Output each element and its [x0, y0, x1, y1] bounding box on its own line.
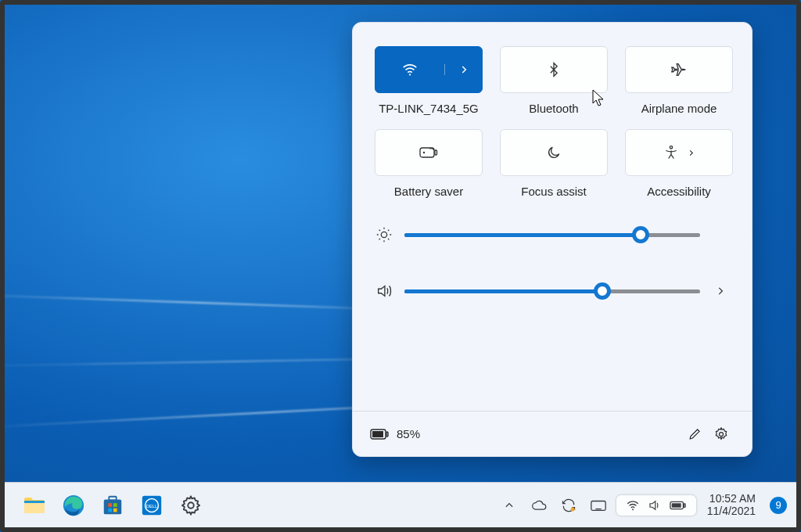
svg-rect-17 [113, 508, 117, 512]
dell-app-button[interactable]: DELL [135, 488, 169, 523]
moon-icon [546, 145, 562, 160]
wifi-label: TP-LINK_7434_5G [379, 102, 479, 115]
wifi-icon [401, 61, 418, 78]
sync-icon [561, 498, 577, 513]
svg-rect-12 [104, 499, 122, 514]
wifi-expand-button[interactable] [444, 64, 482, 75]
volume-icon [648, 498, 662, 512]
brightness-row [375, 226, 730, 243]
airplane-mode-label: Airplane mode [641, 102, 717, 115]
focus-assist-tile[interactable] [500, 129, 608, 176]
taskbar: DELL 10:52 AM 11/4/2021 [5, 482, 796, 527]
svg-rect-14 [108, 503, 112, 507]
file-explorer-button[interactable] [17, 488, 52, 523]
quick-settings-tray-button[interactable] [616, 495, 696, 516]
svg-point-0 [409, 74, 411, 75]
system-tray: 10:52 AM 11/4/2021 9 [497, 492, 790, 519]
edge-browser-button[interactable] [56, 488, 91, 523]
svg-rect-26 [684, 503, 685, 507]
quick-settings-panel: TP-LINK_7434_5G Bluetooth Airplane mode [352, 22, 753, 457]
settings-app-button[interactable] [174, 488, 208, 523]
chevron-right-icon [687, 149, 695, 157]
clock-button[interactable]: 10:52 AM 11/4/2021 [702, 493, 760, 516]
svg-text:DELL: DELL [146, 503, 157, 508]
sliders-section [375, 226, 730, 300]
svg-point-3 [423, 152, 425, 153]
notifications-button[interactable]: 9 [770, 497, 787, 514]
brightness-fill [404, 233, 641, 237]
notification-count: 9 [775, 499, 781, 511]
accessibility-label: Accessibility [647, 185, 711, 198]
cloud-icon [531, 498, 547, 513]
clock-date: 11/4/2021 [707, 505, 756, 517]
gear-icon [713, 426, 729, 442]
all-settings-button[interactable] [708, 421, 735, 448]
folder-icon [22, 493, 47, 518]
accessibility-tile[interactable] [625, 129, 733, 176]
bluetooth-icon [546, 62, 562, 77]
svg-rect-27 [671, 503, 681, 508]
onedrive-button[interactable] [527, 492, 551, 519]
brightness-thumb [632, 226, 649, 243]
pencil-icon [688, 426, 702, 441]
svg-point-24 [632, 509, 634, 510]
battery-icon [670, 500, 687, 511]
svg-point-5 [381, 232, 386, 237]
svg-rect-1 [420, 148, 434, 157]
svg-point-22 [570, 507, 574, 511]
bluetooth-label: Bluetooth [529, 102, 578, 115]
brightness-icon [375, 226, 393, 243]
bluetooth-tile[interactable] [500, 46, 608, 93]
store-icon [101, 494, 124, 517]
volume-output-button[interactable] [711, 286, 730, 297]
tray-overflow-button[interactable] [497, 492, 521, 519]
svg-rect-13 [109, 496, 116, 500]
edit-quick-settings-button[interactable] [681, 421, 708, 448]
volume-slider[interactable] [404, 283, 700, 299]
chevron-right-icon [458, 64, 469, 75]
airplane-icon [670, 61, 688, 78]
gear-icon [180, 494, 202, 516]
svg-point-4 [670, 146, 672, 149]
svg-rect-8 [372, 431, 383, 437]
wifi-toggle[interactable] [375, 61, 444, 78]
brightness-slider[interactable] [404, 227, 700, 243]
clock-time: 10:52 AM [709, 493, 756, 505]
battery-percent-text: 85% [397, 427, 420, 440]
svg-rect-15 [113, 503, 117, 507]
microsoft-store-button[interactable] [95, 488, 130, 523]
svg-point-9 [720, 432, 724, 436]
wifi-tile[interactable] [375, 46, 483, 93]
windows-update-button[interactable] [557, 492, 580, 519]
airplane-mode-tile[interactable] [625, 46, 733, 93]
volume-thumb [594, 282, 611, 300]
chevron-up-icon [504, 500, 515, 511]
quick-settings-footer: 85% [353, 411, 752, 456]
svg-rect-10 [24, 501, 45, 503]
svg-rect-16 [108, 508, 112, 512]
edge-icon [62, 494, 85, 517]
focus-assist-label: Focus assist [521, 185, 586, 198]
battery-saver-icon [419, 146, 438, 160]
battery-icon [370, 428, 389, 440]
svg-rect-7 [386, 432, 388, 437]
keyboard-icon [590, 497, 607, 514]
svg-point-21 [188, 502, 193, 508]
touch-keyboard-button[interactable] [587, 492, 610, 519]
quick-settings-tiles: TP-LINK_7434_5G Bluetooth Airplane mode [375, 46, 730, 198]
dell-icon: DELL [140, 494, 163, 517]
volume-fill [404, 289, 602, 293]
volume-row [375, 282, 730, 300]
wifi-icon [626, 498, 640, 512]
svg-rect-2 [435, 150, 437, 155]
battery-saver-tile[interactable] [375, 129, 483, 176]
volume-icon [375, 282, 393, 300]
accessibility-icon [663, 145, 679, 160]
battery-saver-label: Battery saver [394, 185, 463, 198]
